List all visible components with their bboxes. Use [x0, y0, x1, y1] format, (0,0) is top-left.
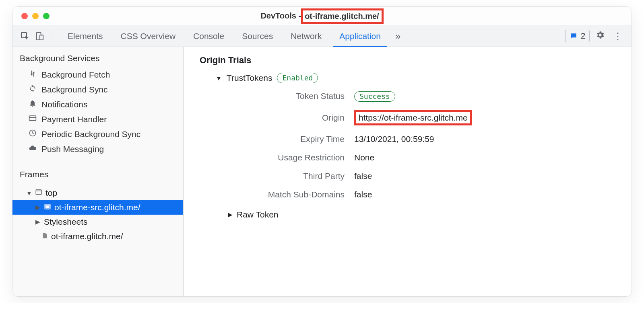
origin-trials-panel: Origin Trials ▼ TrustTokens Enabled Toke… [184, 47, 632, 296]
frames-title: Frames [12, 163, 183, 183]
bg-services-title: Background Services [12, 47, 183, 67]
sidebar-item-label: Payment Handler [41, 115, 107, 124]
origin-label: Origin [216, 113, 345, 123]
frames-tree-top-label: top [45, 188, 57, 198]
devtools-window: DevTools - ot-iframe.glitch.me/ Elements… [12, 6, 632, 297]
sidebar-item-payment-handler[interactable]: Payment Handler [12, 112, 183, 127]
clock-icon [29, 129, 37, 139]
bell-icon [29, 99, 37, 109]
svg-rect-10 [46, 206, 50, 208]
frames-tree-stylesheets-label: Stylesheets [44, 217, 88, 227]
toolbar-right: 2 ⋮ [565, 30, 625, 42]
trial-trusttokens-row[interactable]: ▼ TrustTokens Enabled [216, 73, 615, 83]
tab-network[interactable]: Network [282, 25, 330, 47]
sidebar-item-label: Push Messaging [41, 144, 104, 154]
trial-details-grid: Token Status Success Origin https://ot-i… [216, 91, 615, 199]
sidebar-item-label: Background Sync [41, 85, 108, 94]
sidebar-item-notifications[interactable]: Notifications [12, 97, 183, 112]
sidebar-item-push-messaging[interactable]: Push Messaging [12, 141, 183, 156]
updown-icon [29, 70, 37, 80]
sidebar-item-periodic-sync[interactable]: Periodic Background Sync [12, 127, 183, 141]
frame-window-icon [35, 188, 42, 198]
window-title-url-highlight: ot-iframe.glitch.me/ [301, 8, 383, 24]
inspect-element-icon[interactable] [19, 30, 31, 42]
match-subdomains-label: Match Sub-Domains [216, 190, 345, 199]
raw-token-label: Raw Token [237, 210, 279, 219]
settings-gear-icon[interactable] [595, 30, 605, 42]
more-menu-icon[interactable]: ⋮ [611, 31, 625, 42]
tab-elements[interactable]: Elements [59, 25, 112, 47]
token-status-label: Token Status [216, 91, 345, 101]
devtools-tabs: Elements CSS Overview Console Sources Ne… [59, 25, 406, 47]
third-party-value: false [354, 171, 615, 181]
console-messages-count: 2 [581, 31, 585, 41]
expiry-value: 13/10/2021, 00:59:59 [354, 134, 615, 144]
token-status-badge: Success [354, 91, 395, 102]
window-title-url: ot-iframe.glitch.me/ [305, 12, 379, 21]
cloud-icon [29, 144, 37, 154]
trial-status-badge: Enabled [277, 73, 318, 83]
svg-rect-6 [36, 190, 41, 195]
frames-tree-top[interactable]: ▼ top [12, 186, 183, 200]
sidebar-item-label: Periodic Background Sync [41, 129, 140, 139]
sidebar-item-label: Notifications [41, 100, 87, 109]
card-icon [29, 114, 37, 124]
trial-name: TrustTokens [227, 73, 272, 83]
origin-value-cell: https://ot-iframe-src.glitch.me [354, 110, 615, 125]
frames-tree-stylesheet-item[interactable]: ot-iframe.glitch.me/ [12, 229, 183, 244]
frames-tree-selected-label: ot-iframe-src.glitch.me/ [54, 203, 140, 212]
chevron-down-icon: ▼ [26, 190, 32, 197]
expiry-label: Expiry Time [216, 134, 345, 144]
tabs-overflow-button[interactable]: » [390, 25, 406, 47]
raw-token-row[interactable]: ▶ Raw Token [228, 210, 615, 219]
device-toggle-icon[interactable] [33, 30, 45, 42]
token-status-value: Success [354, 91, 615, 101]
origin-highlight: https://ot-iframe-src.glitch.me [354, 110, 472, 125]
origin-trials-heading: Origin Trials [200, 55, 615, 66]
window-title: DevTools - ot-iframe.glitch.me/ [12, 8, 632, 24]
sync-icon [29, 84, 37, 94]
svg-rect-3 [29, 116, 36, 121]
devtools-toolbar: Elements CSS Overview Console Sources Ne… [12, 25, 632, 47]
zoom-window-button[interactable] [43, 13, 50, 19]
tab-css-overview[interactable]: CSS Overview [112, 25, 185, 47]
match-subdomains-value: false [354, 190, 615, 199]
console-messages-badge[interactable]: 2 [565, 30, 590, 42]
tab-console[interactable]: Console [184, 25, 233, 47]
bg-services-list: Background Fetch Background Sync Notific… [12, 67, 183, 160]
toolbar-divider [52, 31, 52, 41]
devtools-body: Background Services Background Fetch Bac… [12, 47, 632, 296]
usage-value: None [354, 153, 615, 162]
origin-value: https://ot-iframe-src.glitch.me [359, 113, 468, 122]
application-sidebar: Background Services Background Fetch Bac… [12, 47, 184, 296]
tab-sources[interactable]: Sources [233, 25, 282, 47]
close-window-button[interactable] [21, 13, 28, 19]
chevron-right-icon: ▶ [35, 218, 41, 226]
chevron-right-icon: ▶ [35, 204, 41, 211]
sidebar-item-background-sync[interactable]: Background Sync [12, 82, 183, 97]
chevron-right-icon: ▶ [228, 211, 233, 218]
traffic-lights [12, 13, 50, 19]
third-party-label: Third Party [216, 171, 345, 181]
sidebar-item-background-fetch[interactable]: Background Fetch [12, 67, 183, 82]
iframe-window-icon [44, 203, 51, 212]
minimize-window-button[interactable] [32, 13, 39, 19]
frames-tree-stylesheets[interactable]: ▶ Stylesheets [12, 215, 183, 229]
chevron-down-icon: ▼ [216, 75, 222, 82]
titlebar: DevTools - ot-iframe.glitch.me/ [12, 7, 632, 25]
sidebar-item-label: Background Fetch [41, 70, 110, 80]
frames-tree-stylesheet-label: ot-iframe.glitch.me/ [51, 232, 123, 241]
usage-label: Usage Restriction [216, 153, 345, 162]
svg-rect-2 [40, 35, 43, 40]
frames-tree: ▼ top ▶ ot-iframe-src.glitch.me/ ▶ Style… [12, 183, 183, 246]
frames-tree-selected-frame[interactable]: ▶ ot-iframe-src.glitch.me/ [12, 200, 183, 215]
window-title-prefix: DevTools - [260, 11, 301, 21]
tab-application[interactable]: Application [330, 25, 390, 47]
document-icon [41, 232, 48, 241]
